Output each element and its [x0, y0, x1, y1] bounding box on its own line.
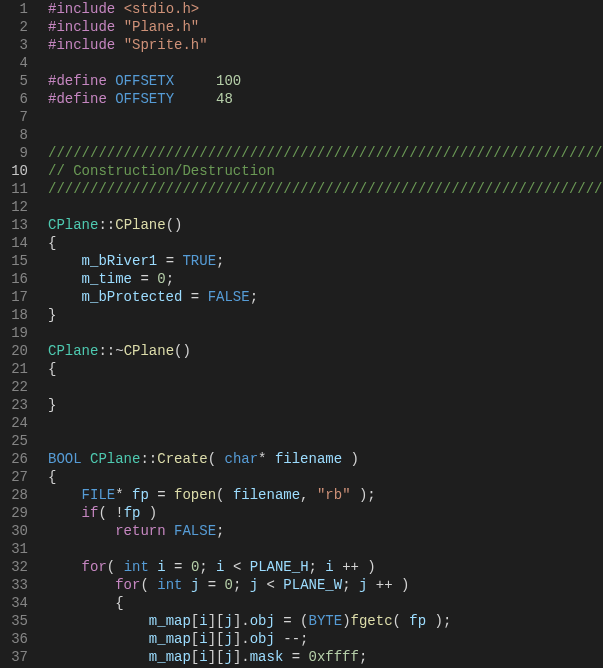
code-line[interactable]: m_map[i][j].obj = (BYTE)fgetc( fp ); [48, 612, 603, 630]
tok-var: m_map [149, 649, 191, 665]
tok-op [48, 253, 82, 269]
line-number: 27 [8, 468, 28, 486]
tok-op: ++ ) [334, 559, 376, 575]
code-line[interactable]: m_map[i][j].mask = 0xffff; [48, 648, 603, 666]
tok-op: ++ ) [367, 577, 409, 593]
tok-op: } [48, 397, 56, 413]
tok-op [107, 73, 115, 89]
tok-op [149, 559, 157, 575]
code-line[interactable]: if( !fp ) [48, 504, 603, 522]
tok-op: { [48, 469, 56, 485]
code-line[interactable]: ////////////////////////////////////////… [48, 180, 603, 198]
code-line[interactable]: CPlane::~CPlane() [48, 342, 603, 360]
tok-op [115, 19, 123, 35]
code-line[interactable]: #include "Sprite.h" [48, 36, 603, 54]
code-line[interactable]: m_bRiver1 = TRUE; [48, 252, 603, 270]
code-line[interactable]: #include "Plane.h" [48, 18, 603, 36]
tok-comment: ////////////////////////////////////////… [48, 181, 603, 197]
tok-pp: #include [48, 37, 115, 53]
tok-op: ( [140, 577, 157, 593]
tok-class: CPlane [48, 343, 98, 359]
tok-op [48, 649, 149, 665]
tok-op [115, 37, 123, 53]
tok-var: obj [250, 631, 275, 647]
tok-kw: for [82, 559, 107, 575]
tok-op [48, 487, 82, 503]
line-number: 10 [8, 162, 28, 180]
code-line[interactable]: return FALSE; [48, 522, 603, 540]
tok-kw: for [115, 577, 140, 593]
tok-define: FALSE [208, 289, 250, 305]
tok-str: "rb" [317, 487, 351, 503]
tok-op [48, 559, 82, 575]
tok-type: BOOL [48, 451, 82, 467]
tok-op: ; [166, 271, 174, 287]
line-number: 23 [8, 396, 28, 414]
code-line[interactable]: CPlane::CPlane() [48, 216, 603, 234]
tok-op: = [149, 487, 174, 503]
code-line[interactable] [48, 108, 603, 126]
tok-var: j [250, 577, 258, 593]
code-line[interactable] [48, 324, 603, 342]
tok-op: ) [342, 451, 359, 467]
line-number: 30 [8, 522, 28, 540]
tok-type: int [124, 559, 149, 575]
tok-var: i [199, 649, 207, 665]
tok-pp: #include [48, 19, 115, 35]
line-number: 14 [8, 234, 28, 252]
line-number: 26 [8, 450, 28, 468]
code-editor[interactable]: 1234567891011121314151617181920212223242… [0, 0, 603, 668]
code-line[interactable]: #define OFFSETY 48 [48, 90, 603, 108]
tok-op: ); [351, 487, 376, 503]
tok-op: { [48, 235, 56, 251]
tok-func: Create [157, 451, 207, 467]
tok-op: , [300, 487, 317, 503]
line-number: 29 [8, 504, 28, 522]
code-line[interactable] [48, 198, 603, 216]
tok-op: ; [216, 253, 224, 269]
line-number: 11 [8, 180, 28, 198]
code-line[interactable]: // Construction/Destruction [48, 162, 603, 180]
code-line[interactable]: { [48, 234, 603, 252]
code-line[interactable] [48, 378, 603, 396]
code-line[interactable]: { [48, 360, 603, 378]
code-line[interactable]: for( int j = 0; j < PLANE_W; j ++ ) [48, 576, 603, 594]
line-number: 18 [8, 306, 28, 324]
code-line[interactable] [48, 432, 603, 450]
line-number: 19 [8, 324, 28, 342]
tok-var: fp [124, 505, 141, 521]
code-line[interactable] [48, 54, 603, 72]
tok-var: j [224, 631, 232, 647]
line-number: 22 [8, 378, 28, 396]
code-area[interactable]: #include <stdio.h>#include "Plane.h"#inc… [40, 0, 603, 668]
code-line[interactable]: ////////////////////////////////////////… [48, 144, 603, 162]
line-number: 17 [8, 288, 28, 306]
tok-str: "Plane.h" [124, 19, 200, 35]
code-line[interactable]: m_map[i][j].obj --; [48, 630, 603, 648]
code-line[interactable] [48, 540, 603, 558]
tok-pp: #include [48, 1, 115, 17]
tok-op: () [174, 343, 191, 359]
tok-type: FILE [82, 487, 116, 503]
code-line[interactable]: #include <stdio.h> [48, 0, 603, 18]
tok-var: i [199, 613, 207, 629]
code-line[interactable]: m_bProtected = FALSE; [48, 288, 603, 306]
code-line[interactable]: { [48, 594, 603, 612]
code-line[interactable]: } [48, 306, 603, 324]
code-line[interactable] [48, 414, 603, 432]
line-number: 12 [8, 198, 28, 216]
tok-op: ); [426, 613, 451, 629]
code-line[interactable] [48, 126, 603, 144]
tok-op: = ( [275, 613, 309, 629]
tok-func: fopen [174, 487, 216, 503]
code-line[interactable]: for( int i = 0; i < PLANE_H; i ++ ) [48, 558, 603, 576]
code-line[interactable]: BOOL CPlane::Create( char* filename ) [48, 450, 603, 468]
tok-type: BYTE [309, 613, 343, 629]
code-line[interactable]: } [48, 396, 603, 414]
code-line[interactable]: { [48, 468, 603, 486]
code-line[interactable]: FILE* fp = fopen( filename, "rb" ); [48, 486, 603, 504]
tok-op [48, 631, 149, 647]
code-line[interactable]: m_time = 0; [48, 270, 603, 288]
code-line[interactable]: #define OFFSETX 100 [48, 72, 603, 90]
line-number: 20 [8, 342, 28, 360]
